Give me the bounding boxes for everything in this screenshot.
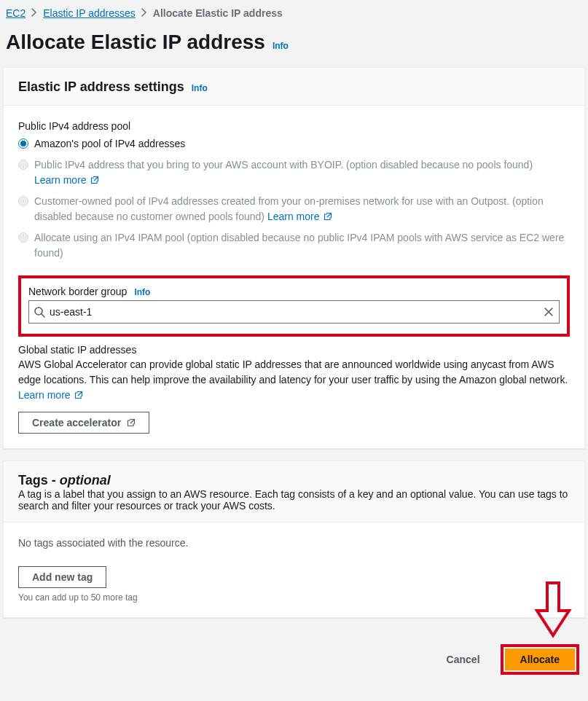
radio-label: Customer-owned pool of IPv4 addresses cr… [34,194,570,224]
clear-icon[interactable] [543,306,554,318]
settings-panel-body: Public IPv4 address pool Amazon's pool o… [4,106,584,448]
create-accelerator-button[interactable]: Create accelerator [18,412,149,434]
border-group-input[interactable] [45,306,543,318]
tags-header-title: Tags - optional [18,473,570,488]
learn-more-link[interactable]: Learn more [18,389,83,401]
add-new-tag-button[interactable]: Add new tag [18,566,106,588]
chevron-right-icon [31,7,37,19]
radio-label: Public IPv4 address that you bring to yo… [34,157,570,188]
page-header: Allocate Elastic IP address Info [0,26,588,67]
tags-panel-body: No tags associated with the resource. Ad… [4,522,584,617]
tags-description: A tag is a label that you assign to an A… [18,488,570,512]
tags-hint: You can add up to 50 more tag [18,592,570,603]
cancel-button[interactable]: Cancel [434,644,493,675]
global-static-heading: Global static IP addresses [18,344,570,356]
radio-icon [18,160,28,170]
info-link[interactable]: Info [134,287,150,297]
radio-icon [18,138,28,149]
border-group-search[interactable] [28,300,560,324]
radio-icon [18,196,28,206]
breadcrumb-link-elastic-ip[interactable]: Elastic IP addresses [43,7,136,19]
footer-actions: Cancel Allocate [0,630,588,691]
learn-more-link[interactable]: Learn more [267,211,332,222]
radio-label: Amazon's pool of IPv4 addresses [34,136,570,152]
global-static-desc: AWS Global Accelerator can provide globa… [18,357,570,403]
radio-label: Allocate using an IPv4 IPAM pool (option… [34,230,570,261]
allocate-button[interactable]: Allocate [505,649,575,670]
global-static-section: Global static IP addresses AWS Global Ac… [18,344,570,434]
external-link-icon [324,212,332,221]
radio-icon [18,232,28,243]
search-icon [34,306,45,318]
radio-ipam-pool: Allocate using an IPv4 IPAM pool (option… [18,230,570,261]
external-link-icon [127,418,136,427]
settings-header-title: Elastic IP address settings [18,79,184,95]
breadcrumb: EC2 Elastic IP addresses Allocate Elasti… [0,0,588,26]
radio-customer-owned: Customer-owned pool of IPv4 addresses cr… [18,194,570,224]
settings-panel-header: Elastic IP address settings Info [4,68,584,106]
pool-label: Public IPv4 address pool [18,120,570,132]
info-link[interactable]: Info [192,83,208,93]
border-group-label: Network border group [28,286,127,297]
network-border-group-highlight: Network border group Info [18,275,570,337]
tags-panel-header: Tags - optional A tag is a label that yo… [4,461,584,522]
chevron-right-icon [141,7,147,19]
tags-panel: Tags - optional A tag is a label that yo… [3,461,585,618]
radio-byoip: Public IPv4 address that you bring to yo… [18,157,570,188]
allocate-highlight: Allocate [501,644,579,675]
breadcrumb-current: Allocate Elastic IP address [153,7,283,19]
settings-panel: Elastic IP address settings Info Public … [3,67,585,449]
breadcrumb-link-ec2[interactable]: EC2 [6,7,26,19]
info-link[interactable]: Info [273,41,289,51]
page-title: Allocate Elastic IP address [6,31,265,54]
external-link-icon [74,391,83,399]
pool-radio-group: Amazon's pool of IPv4 addresses Public I… [18,136,570,261]
learn-more-link[interactable]: Learn more [34,174,99,186]
tags-empty-message: No tags associated with the resource. [18,537,570,549]
external-link-icon [90,176,99,184]
radio-amazon-pool[interactable]: Amazon's pool of IPv4 addresses [18,136,570,152]
